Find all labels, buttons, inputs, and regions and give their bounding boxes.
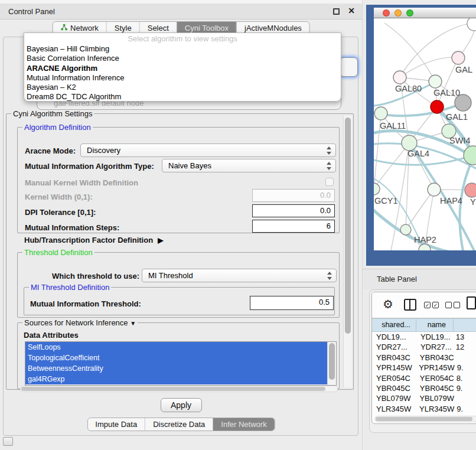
aracne-mode-combobox[interactable]: Discovery	[80, 144, 336, 157]
float-window-icon[interactable]	[333, 8, 340, 15]
cyni-algorithm-settings-title: Cyni Algorithm Settings	[11, 109, 94, 118]
mi-threshold-input[interactable]: 0.5	[250, 296, 334, 310]
column-header[interactable]: shared...	[372, 318, 416, 332]
threshold-definition-group: Threshold Definition Which threshold to …	[17, 252, 340, 318]
algorithm-option[interactable]: Dream8 DC_TDC Algorithm	[24, 92, 341, 102]
node-label: Y	[470, 197, 476, 207]
network-node[interactable]	[455, 94, 471, 111]
network-node[interactable]	[464, 146, 476, 165]
mac-maximize-icon[interactable]	[406, 9, 413, 17]
algorithm-option[interactable]: Basic Correlation Inference	[24, 54, 341, 63]
node-label: GAL	[455, 65, 472, 74]
mi-steps-input[interactable]: 6	[252, 220, 335, 233]
list-vertical-scrollbar-thumb[interactable]	[329, 343, 335, 380]
table-row[interactable]: YDR27...YDR27...12	[372, 342, 476, 352]
column-header[interactable]: name	[416, 318, 454, 332]
tab-infer-network[interactable]: Infer Network	[213, 418, 274, 431]
network-node-hap2[interactable]	[400, 224, 411, 235]
network-node-y[interactable]	[465, 183, 476, 197]
list-horizontal-scrollbar-thumb[interactable]	[21, 387, 325, 391]
table-panel: ⚙ ✓✓ shared...name YDL19...YDL19...13YDR…	[371, 292, 476, 424]
table-row[interactable]: YBL079WYBL079W	[372, 393, 476, 403]
list-horizontal-scrollbar[interactable]	[20, 386, 338, 392]
settings-vertical-scrollbar[interactable]	[343, 116, 352, 387]
deselect-all-checkboxes-icon[interactable]	[445, 302, 460, 308]
network-node-gal[interactable]	[452, 51, 465, 64]
control-panel-title: Control Panel	[8, 7, 55, 16]
network-graph[interactable]: GALGAL80GAL10GAL1GAL11SWI4GAL4GCY1HAP4YH…	[374, 18, 476, 250]
sources-group-title[interactable]: Sources for Network Inference ▼	[22, 318, 138, 327]
table-cell: 8.	[454, 373, 476, 383]
attribute-item[interactable]: gal4RGexp	[25, 374, 336, 384]
attribute-item[interactable]: BetweennessCentrality	[25, 363, 336, 374]
stepper-icon	[327, 272, 332, 280]
tab-network-label: Network	[70, 24, 99, 32]
attribute-item[interactable]: TopologicalCoefficient	[25, 353, 336, 363]
table-cell: YBL079W	[372, 393, 415, 403]
collapse-arrow-icon: ▼	[130, 320, 136, 327]
tab-impute-data[interactable]: Impute Data	[87, 418, 145, 431]
apply-button[interactable]: Apply	[161, 398, 202, 412]
manual-kernel-checkbox[interactable]	[325, 178, 334, 186]
export-table-icon[interactable]	[467, 296, 476, 309]
network-edge[interactable]	[384, 23, 435, 81]
column-header[interactable]	[454, 318, 476, 332]
sources-group: Sources for Network Inference ▼ Data Att…	[17, 322, 340, 389]
mac-minimize-icon[interactable]	[395, 9, 402, 17]
node-label: GCY1	[374, 196, 398, 206]
network-node-gal1[interactable]	[431, 100, 444, 113]
table-row[interactable]: YLR345WYLR345W9.	[372, 404, 476, 414]
hub-definition-toggle[interactable]: Hub/Transcription Factor Definition▶	[24, 236, 163, 244]
tab-discretize-data[interactable]: Discretize Data	[145, 418, 213, 431]
panel-divider	[362, 0, 363, 450]
network-node[interactable]	[467, 18, 476, 31]
network-edge[interactable]	[406, 190, 434, 230]
which-threshold-combobox[interactable]: MI Threshold	[142, 269, 337, 282]
algorithm-option[interactable]: Bayesian – Hill Climbing	[24, 44, 341, 54]
network-node-hap4[interactable]	[428, 183, 441, 196]
network-window-titlebar[interactable]	[374, 8, 476, 18]
table-cell: YBR045C	[416, 383, 454, 393]
table-row[interactable]: YPR145WYPR145W9.	[372, 363, 476, 373]
mi-type-combobox[interactable]: Naive Bayes	[162, 159, 336, 172]
settings-vertical-scrollbar-thumb[interactable]	[345, 118, 351, 334]
node-label: GAL11	[380, 121, 406, 131]
dock-icon[interactable]	[3, 437, 13, 446]
threshold-definition-title: Threshold Definition	[22, 248, 94, 257]
network-node-gal80[interactable]	[393, 71, 406, 84]
attribute-item[interactable]: SelfLoops	[25, 342, 336, 353]
table-horizontal-scrollbar[interactable]	[374, 416, 476, 422]
network-node-gal10[interactable]	[429, 75, 442, 88]
table-cell	[454, 353, 476, 363]
table-row[interactable]: YBR045CYBR045C9.	[372, 383, 476, 393]
algorithm-option[interactable]: ARACNE Algorithm	[24, 64, 341, 73]
focused-button[interactable]	[340, 57, 358, 77]
mac-close-icon[interactable]	[383, 9, 390, 17]
network-edge[interactable]	[400, 57, 458, 77]
control-panel-header: Control Panel ✕	[0, 4, 362, 19]
table-horizontal-scrollbar-thumb[interactable]	[376, 417, 472, 421]
table-row[interactable]: YER054CYER054C8.	[372, 373, 476, 383]
table-row[interactable]: YBR043CYBR043C	[372, 353, 476, 363]
algorithm-dropdown-popup: Select algorithm to view settings Bayesi…	[24, 32, 341, 102]
columns-icon[interactable]	[404, 299, 416, 311]
table-row[interactable]: YDL19...YDL19...13	[372, 332, 476, 342]
table-cell	[454, 393, 476, 403]
mi-threshold-group-title: MI Threshold Definition	[29, 283, 111, 292]
gear-icon[interactable]: ⚙	[383, 297, 393, 311]
table-cell: YDR27...	[372, 342, 416, 352]
network-canvas[interactable]: GALGAL80GAL10GAL1GAL11SWI4GAL4GCY1HAP4YH…	[374, 18, 476, 250]
aracne-mode-value: Discovery	[87, 146, 120, 155]
bottom-tabbar: Impute Data Discretize Data Infer Networ…	[87, 418, 275, 431]
kernel-width-input: 0.0	[252, 189, 335, 202]
list-vertical-scrollbar[interactable]	[327, 342, 336, 386]
network-node-gal11[interactable]	[374, 107, 387, 120]
algorithm-option[interactable]: Bayesian – K2	[24, 83, 341, 92]
network-node-gcy1[interactable]	[374, 183, 380, 195]
algorithm-option[interactable]: Mutual Information Inference	[24, 73, 341, 83]
close-icon[interactable]: ✕	[348, 6, 355, 15]
dpi-tolerance-input[interactable]: 0.0	[252, 204, 335, 217]
app-root: Control Panel ✕ Network Style Select Cyn…	[0, 0, 476, 450]
select-all-checkboxes-icon[interactable]: ✓✓	[424, 302, 439, 308]
table-cell: 9.	[455, 363, 476, 373]
